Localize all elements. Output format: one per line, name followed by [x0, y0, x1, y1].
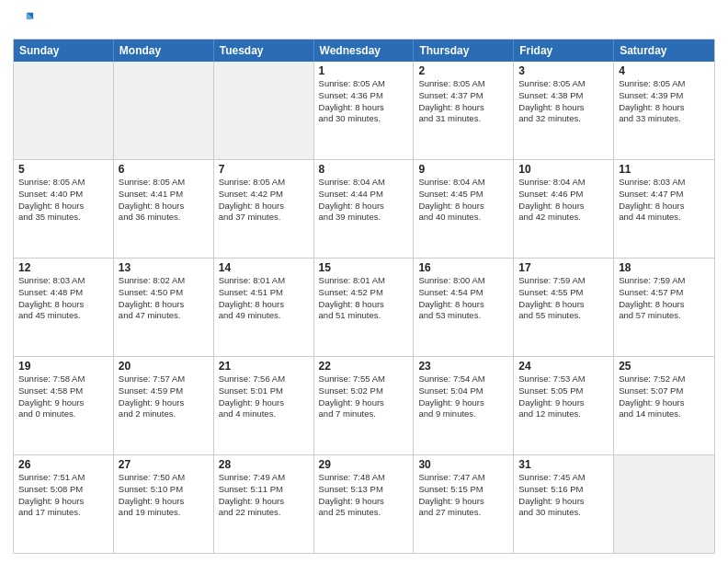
cell-info-line: and 14 minutes. [619, 408, 710, 420]
cell-info-line: Sunrise: 7:47 AM [418, 472, 508, 484]
cell-info-line: Sunrise: 7:52 AM [619, 373, 710, 385]
cell-info-line: Sunset: 4:38 PM [518, 90, 609, 102]
cell-info-line: Daylight: 9 hours [319, 397, 409, 409]
day-number: 14 [219, 261, 309, 274]
day-number: 3 [518, 64, 609, 77]
calendar-cell: 27Sunrise: 7:50 AMSunset: 5:10 PMDayligh… [114, 455, 214, 553]
cell-info-line: Daylight: 8 hours [319, 299, 409, 311]
day-number: 30 [418, 458, 508, 471]
day-number: 17 [518, 261, 609, 274]
cell-info-line: Sunrise: 7:56 AM [219, 373, 309, 385]
cell-info-line: Daylight: 9 hours [319, 496, 409, 508]
cell-info-line: Sunset: 4:51 PM [219, 287, 309, 299]
cell-info-line: and 42 minutes. [518, 212, 609, 224]
cell-info-line: Sunset: 4:48 PM [18, 287, 108, 299]
cell-info-line: and 45 minutes. [18, 310, 108, 322]
calendar-cell: 22Sunrise: 7:55 AMSunset: 5:02 PMDayligh… [314, 357, 415, 454]
cell-info-line: Sunrise: 8:03 AM [18, 275, 108, 287]
cell-info-line: and 30 minutes. [319, 113, 409, 125]
cell-info-line: Sunrise: 8:05 AM [619, 78, 710, 90]
cell-info-line: and 47 minutes. [119, 310, 209, 322]
calendar-cell: 26Sunrise: 7:51 AMSunset: 5:08 PMDayligh… [14, 455, 114, 553]
cell-info-line: and 7 minutes. [319, 408, 409, 420]
day-number: 2 [418, 64, 508, 77]
day-number: 9 [418, 163, 508, 176]
cell-info-line: Sunset: 4:40 PM [18, 189, 108, 201]
cell-info-line: Sunset: 4:52 PM [319, 287, 409, 299]
weekday-header: Wednesday [314, 40, 415, 62]
cell-info-line: Daylight: 8 hours [418, 299, 508, 311]
cell-info-line: Sunrise: 8:00 AM [418, 275, 508, 287]
cell-info-line: and 2 minutes. [119, 408, 209, 420]
cell-info-line: and 53 minutes. [418, 310, 508, 322]
cell-info-line: Daylight: 8 hours [119, 299, 209, 311]
calendar-week: 19Sunrise: 7:58 AMSunset: 4:58 PMDayligh… [14, 356, 714, 454]
cell-info-line: Sunset: 5:13 PM [319, 484, 409, 496]
calendar-cell: 1Sunrise: 8:05 AMSunset: 4:36 PMDaylight… [314, 62, 415, 159]
cell-info-line: Sunrise: 8:05 AM [219, 177, 309, 189]
calendar-cell: 7Sunrise: 8:05 AMSunset: 4:42 PMDaylight… [214, 160, 314, 258]
cell-info-line: Sunrise: 7:45 AM [518, 472, 609, 484]
logo [13, 9, 35, 33]
cell-info-line: Sunset: 5:11 PM [219, 484, 309, 496]
cell-info-line: Sunrise: 7:51 AM [18, 472, 108, 484]
cell-info-line: Sunset: 4:42 PM [219, 189, 309, 201]
cell-info-line: Sunset: 5:07 PM [619, 385, 710, 397]
calendar-cell: 11Sunrise: 8:03 AMSunset: 4:47 PMDayligh… [614, 160, 714, 258]
cell-info-line: and 55 minutes. [518, 310, 609, 322]
calendar-cell: 13Sunrise: 8:02 AMSunset: 4:50 PMDayligh… [114, 259, 214, 356]
header [13, 9, 715, 33]
cell-info-line: Daylight: 9 hours [418, 496, 508, 508]
cell-info-line: and 51 minutes. [319, 310, 409, 322]
day-number: 23 [418, 360, 508, 373]
cell-info-line: Daylight: 8 hours [619, 102, 710, 114]
day-number: 21 [219, 360, 309, 373]
calendar-cell: 3Sunrise: 8:05 AMSunset: 4:38 PMDaylight… [514, 62, 614, 159]
calendar-cell: 31Sunrise: 7:45 AMSunset: 5:16 PMDayligh… [514, 455, 614, 553]
cell-info-line: and 9 minutes. [418, 408, 508, 420]
calendar-week: 12Sunrise: 8:03 AMSunset: 4:48 PMDayligh… [14, 258, 714, 356]
calendar-cell: 17Sunrise: 7:59 AMSunset: 4:55 PMDayligh… [514, 259, 614, 356]
calendar-cell: 14Sunrise: 8:01 AMSunset: 4:51 PMDayligh… [214, 259, 314, 356]
calendar-cell: 21Sunrise: 7:56 AMSunset: 5:01 PMDayligh… [214, 357, 314, 454]
cell-info-line: and 12 minutes. [518, 408, 609, 420]
cell-info-line: Daylight: 9 hours [619, 397, 710, 409]
cell-info-line: Daylight: 9 hours [119, 397, 209, 409]
calendar-cell: 16Sunrise: 8:00 AMSunset: 4:54 PMDayligh… [414, 259, 514, 356]
calendar-cell: 4Sunrise: 8:05 AMSunset: 4:39 PMDaylight… [614, 62, 714, 159]
cell-info-line: Sunset: 4:58 PM [18, 385, 108, 397]
calendar-body: 1Sunrise: 8:05 AMSunset: 4:36 PMDaylight… [14, 62, 714, 553]
day-number: 29 [319, 458, 409, 471]
cell-info-line: Sunrise: 7:57 AM [119, 373, 209, 385]
cell-info-line: Sunrise: 7:53 AM [518, 373, 609, 385]
cell-info-line: Daylight: 8 hours [18, 299, 108, 311]
cell-info-line: Sunset: 5:15 PM [418, 484, 508, 496]
cell-info-line: Daylight: 8 hours [418, 201, 508, 213]
calendar-cell: 15Sunrise: 8:01 AMSunset: 4:52 PMDayligh… [314, 259, 415, 356]
cell-info-line: Daylight: 9 hours [18, 397, 108, 409]
cell-info-line: and 30 minutes. [518, 507, 609, 519]
cell-info-line: Sunset: 4:41 PM [119, 189, 209, 201]
calendar-cell: 20Sunrise: 7:57 AMSunset: 4:59 PMDayligh… [114, 357, 214, 454]
calendar-cell: 25Sunrise: 7:52 AMSunset: 5:07 PMDayligh… [614, 357, 714, 454]
cell-info-line: and 27 minutes. [418, 507, 508, 519]
cell-info-line: and 57 minutes. [619, 310, 710, 322]
cell-info-line: and 40 minutes. [418, 212, 508, 224]
calendar-cell: 10Sunrise: 8:04 AMSunset: 4:46 PMDayligh… [514, 160, 614, 258]
weekday-header: Thursday [414, 40, 514, 62]
day-number: 1 [319, 64, 409, 77]
calendar-cell [14, 62, 114, 159]
day-number: 28 [219, 458, 309, 471]
day-number: 22 [319, 360, 409, 373]
cell-info-line: Daylight: 8 hours [319, 102, 409, 114]
cell-info-line: Daylight: 8 hours [319, 201, 409, 213]
calendar-cell: 18Sunrise: 7:59 AMSunset: 4:57 PMDayligh… [614, 259, 714, 356]
cell-info-line: Sunset: 4:37 PM [418, 90, 508, 102]
day-number: 8 [319, 163, 409, 176]
calendar-cell: 30Sunrise: 7:47 AMSunset: 5:15 PMDayligh… [414, 455, 514, 553]
cell-info-line: Sunrise: 7:58 AM [18, 373, 108, 385]
cell-info-line: and 17 minutes. [18, 507, 108, 519]
day-number: 13 [119, 261, 209, 274]
cell-info-line: Sunrise: 8:03 AM [619, 177, 710, 189]
calendar-cell: 12Sunrise: 8:03 AMSunset: 4:48 PMDayligh… [14, 259, 114, 356]
